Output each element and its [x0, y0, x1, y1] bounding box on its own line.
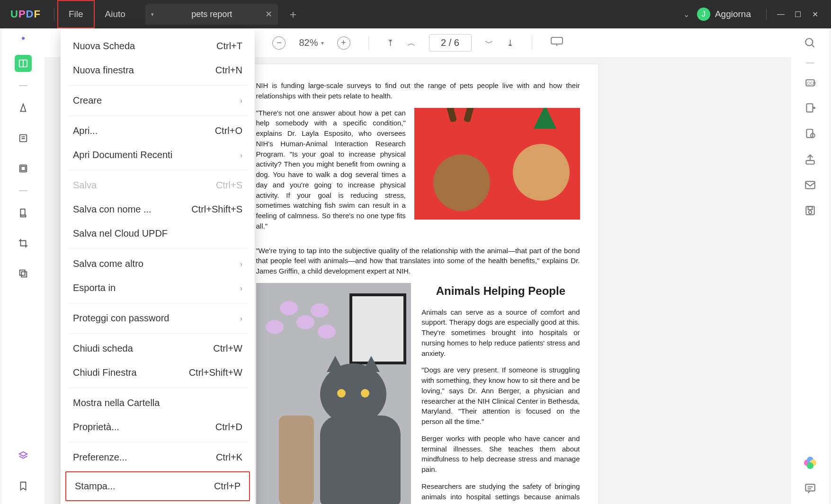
svg-rect-9 — [21, 272, 27, 277]
menu-print[interactable]: Stampa... Ctrl+P — [65, 471, 250, 501]
menu-preferences[interactable]: Preferenze... Ctrl+K — [61, 445, 255, 469]
menu-help[interactable]: Aiuto — [95, 0, 136, 28]
prev-page-button[interactable]: ︿ — [407, 37, 416, 49]
paragraph: Animals can serve as a source of comfort… — [421, 307, 580, 359]
menu-shortcut: Ctrl+O — [215, 125, 242, 136]
menu-properties[interactable]: Proprietà... Ctrl+D — [61, 415, 255, 439]
zoom-in-button[interactable]: + — [337, 36, 350, 50]
menu-create[interactable]: Creare › — [61, 88, 255, 113]
menu-reveal[interactable]: Mostra nella Cartella — [61, 391, 255, 415]
svg-text:OCR: OCR — [807, 81, 816, 86]
zoom-out-button[interactable]: − — [272, 36, 286, 50]
bookmark-button[interactable] — [15, 477, 32, 495]
menu-open[interactable]: Apri... Ctrl+O — [61, 119, 255, 143]
separator — [68, 333, 247, 334]
reader-mode-button[interactable] — [15, 55, 32, 72]
svg-rect-23 — [805, 484, 815, 491]
chevron-right-icon: › — [240, 284, 242, 292]
menu-close-tab[interactable]: Chiudi scheda Ctrl+W — [61, 336, 255, 361]
menu-save-as[interactable]: Salva con nome ... Ctrl+Shift+S — [61, 197, 255, 221]
menu-new-tab[interactable]: Nuova Scheda Ctrl+T — [61, 34, 255, 58]
copy-tool-button[interactable] — [15, 265, 32, 282]
first-page-button[interactable]: ⤒ — [387, 38, 394, 48]
menu-label: Chiudi Finestra — [73, 367, 137, 378]
tab-title: pets report — [182, 9, 241, 19]
tab-menu-icon[interactable]: ▾ — [151, 11, 154, 18]
document-tab[interactable]: ▾ pets report ✕ — [145, 4, 278, 25]
left-sidebar — [2, 28, 45, 504]
menu-label: Esporta in — [73, 283, 116, 293]
crop-tool-button[interactable] — [15, 235, 32, 252]
menu-label: Nuova finestra — [73, 65, 134, 76]
separator — [68, 303, 247, 303]
menu-label: Mostra nella Cartella — [73, 398, 160, 408]
minimize-button[interactable]: — — [772, 10, 789, 18]
chat-icon[interactable] — [804, 482, 816, 495]
chevron-right-icon: › — [240, 151, 242, 159]
menu-label: Salva — [73, 180, 97, 191]
paragraph: "Dogs are very present. If someone is st… — [421, 365, 580, 427]
close-button[interactable]: ✕ — [806, 10, 823, 19]
page-tool-button[interactable] — [15, 160, 32, 177]
layers-button[interactable] — [15, 447, 32, 464]
menu-label: Apri... — [73, 125, 98, 136]
presentation-button[interactable] — [550, 36, 563, 50]
organize-tool-button[interactable] — [15, 204, 32, 221]
menu-export[interactable]: Esporta in › — [61, 276, 255, 300]
last-page-button[interactable]: ⤓ — [507, 38, 514, 48]
menu-label: Stampa... — [75, 481, 116, 492]
paragraph: Berger works with people who have cancer… — [421, 433, 580, 475]
menu-label: Salva come altro — [73, 258, 143, 269]
menu-save-other[interactable]: Salva come altro › — [61, 252, 255, 276]
menu-close-window[interactable]: Chiudi Finestra Ctrl+Shift+W — [61, 361, 255, 385]
page-current: 2 — [441, 37, 446, 48]
svg-rect-18 — [806, 160, 814, 164]
svg-rect-10 — [551, 37, 563, 44]
menu-label: Proprietà... — [73, 422, 119, 433]
protect-icon[interactable] — [804, 128, 816, 140]
menu-open-recent[interactable]: Apri Documenti Recenti › — [61, 143, 255, 167]
separator — [19, 190, 27, 191]
add-tab-button[interactable]: ＋ — [287, 7, 299, 22]
separator — [532, 36, 532, 50]
ocr-icon[interactable]: OCR — [804, 77, 816, 89]
menu-shortcut: Ctrl+S — [216, 180, 242, 191]
menu-label: Creare — [73, 95, 102, 106]
separator — [68, 388, 247, 388]
chevron-right-icon: › — [240, 260, 242, 268]
pdf-page: NIH is funding large-scale surveys to fi… — [238, 64, 598, 504]
separator — [54, 8, 54, 21]
menu-shortcut: Ctrl+Shift+W — [189, 367, 242, 378]
menu-save-cloud[interactable]: Salva nel Cloud UPDF — [61, 221, 255, 246]
email-icon[interactable] — [804, 179, 816, 191]
menu-save: Salva Ctrl+S — [61, 173, 255, 197]
cat-image — [256, 283, 411, 504]
svg-point-11 — [805, 38, 813, 45]
separator — [806, 62, 814, 63]
comment-tool-button[interactable] — [15, 130, 32, 147]
maximize-button[interactable]: ☐ — [789, 10, 806, 19]
edit-tool-button[interactable] — [15, 99, 32, 116]
zoom-level[interactable]: 82% ▾ — [299, 37, 323, 48]
chevron-right-icon: › — [240, 315, 242, 322]
upgrade-button[interactable]: Aggiorna — [715, 9, 751, 19]
search-icon[interactable] — [804, 37, 816, 49]
updf-logo-icon[interactable] — [804, 457, 816, 469]
close-tab-icon[interactable]: ✕ — [265, 9, 272, 19]
share-icon[interactable] — [804, 153, 816, 166]
menu-label: Salva nel Cloud UPDF — [73, 228, 168, 239]
menu-label: Chiudi scheda — [73, 343, 133, 354]
svg-point-22 — [809, 211, 812, 214]
convert-icon[interactable] — [804, 102, 816, 115]
chevron-right-icon: › — [240, 97, 242, 105]
menu-new-window[interactable]: Nuova finestra Ctrl+N — [61, 58, 255, 82]
page-indicator[interactable]: 2 / 6 — [429, 34, 472, 52]
paragraph: Researchers are studying the safety of b… — [421, 481, 580, 504]
save-icon[interactable] — [804, 204, 816, 217]
right-sidebar: OCR — [791, 28, 829, 504]
tabs-dropdown-icon[interactable]: ⌄ — [683, 10, 689, 19]
next-page-button[interactable]: ﹀ — [485, 37, 493, 49]
avatar[interactable]: J — [697, 8, 710, 21]
menu-protect[interactable]: Proteggi con password › — [61, 306, 255, 330]
menu-file[interactable]: File — [57, 0, 95, 28]
